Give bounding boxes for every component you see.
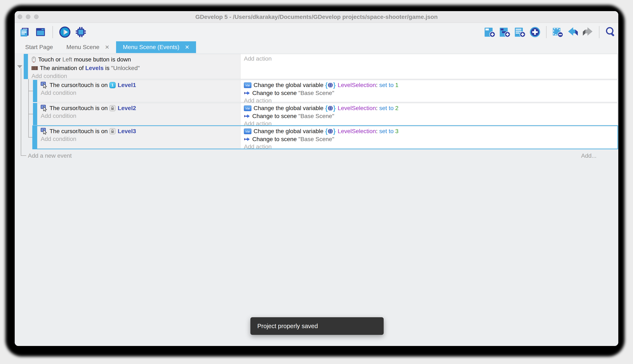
- add-action-button[interactable]: Add action: [240, 143, 617, 150]
- conditions-column: The cursor/touch is on Level3Add conditi…: [37, 126, 240, 149]
- tab-label: Menu Scene: [66, 44, 99, 50]
- text-operator: set to: [379, 128, 395, 134]
- placeholder-label: Add action: [244, 55, 271, 62]
- event-row[interactable]: Touch or Left mouse button is downThe an…: [24, 54, 617, 79]
- text-text: :: [376, 128, 379, 134]
- actions-column: VarChange the global variable {}LevelSel…: [240, 80, 617, 102]
- add-comment-icon[interactable]: [514, 26, 526, 38]
- conditions-column: The cursor/touch is on 1Level1Add condit…: [37, 80, 240, 102]
- text-text: Change to scene: [252, 90, 298, 96]
- globe-icon: [328, 82, 333, 88]
- tree-line: [28, 91, 33, 91]
- play-preview-icon[interactable]: [59, 26, 71, 38]
- brace-open: {: [325, 128, 328, 134]
- condition-line[interactable]: Touch or Left mouse button is down: [28, 55, 240, 64]
- tree-line: [21, 68, 21, 156]
- tab-start-page[interactable]: Start Page: [19, 41, 60, 53]
- text-number: 2: [395, 105, 399, 112]
- condition-line[interactable]: The cursor/touch is on Level2: [37, 104, 240, 112]
- events-sheet: Touch or Left mouse button is downThe an…: [15, 53, 618, 346]
- level-thumbnail-icon: 1: [109, 82, 116, 88]
- tab-label: Start Page: [25, 44, 53, 50]
- add-more-button[interactable]: Add...: [581, 152, 596, 159]
- action-line[interactable]: VarChange the global variable {}LevelSel…: [240, 127, 617, 135]
- text-text: Change to scene: [252, 136, 298, 142]
- action-line[interactable]: Change to scene "Base Scene": [240, 89, 617, 97]
- brace-close: }: [333, 128, 336, 134]
- text-operator: set to: [379, 105, 395, 112]
- debug-icon[interactable]: [75, 26, 87, 38]
- add-circle-icon[interactable]: [529, 26, 541, 38]
- toast-notification: Project properly saved: [250, 317, 384, 335]
- tab-label: Menu Scene (Events): [123, 44, 179, 50]
- brace-close: }: [333, 106, 336, 111]
- text-text: is: [104, 65, 111, 72]
- scene-arrow-icon: [244, 136, 250, 142]
- variable-icon: Var: [244, 128, 251, 134]
- text-text: The cursor/touch is on: [50, 82, 109, 88]
- toolbar-divider: [599, 26, 599, 38]
- add-action-button[interactable]: Add action: [240, 55, 617, 62]
- condition-line[interactable]: The cursor/touch is on Level3: [37, 127, 240, 135]
- scene-editor-icon[interactable]: [35, 26, 47, 38]
- text-param: Left: [62, 56, 72, 63]
- search-icon: [605, 26, 616, 38]
- text-text: Change to scene: [252, 113, 298, 120]
- add-event-icon: [484, 26, 496, 38]
- add-condition-button[interactable]: Add condition: [28, 72, 240, 80]
- sub-event-row[interactable]: The cursor/touch is on Level2Add conditi…: [33, 103, 617, 125]
- actions-column: VarChange the global variable {}LevelSel…: [240, 103, 617, 125]
- text-object: Level2: [118, 105, 136, 112]
- window-title: GDevelop 5 - /Users/dkarakay/Documents/G…: [15, 11, 618, 23]
- brace-open: {: [325, 106, 328, 111]
- close-tab-icon[interactable]: ✕: [105, 44, 110, 50]
- placeholder-label: Add action: [244, 144, 271, 150]
- scene-editor-icon: [35, 26, 46, 38]
- add-condition-button[interactable]: Add condition: [37, 135, 240, 143]
- condition-line[interactable]: The animation of Levels is "Unlocked": [28, 64, 240, 72]
- tab-menu-scene[interactable]: Menu Scene✕: [60, 41, 116, 53]
- text-text: The cursor/touch is on: [50, 105, 109, 112]
- text-text: Change the global variable: [253, 105, 325, 112]
- add-event-icon[interactable]: [484, 26, 496, 38]
- close-tab-icon[interactable]: ✕: [185, 44, 189, 50]
- actions-column: Add action: [240, 54, 617, 79]
- add-subevent-icon: [499, 26, 511, 38]
- action-line[interactable]: VarChange the global variable {}LevelSel…: [240, 81, 617, 89]
- add-condition-button[interactable]: Add condition: [37, 112, 240, 120]
- add-condition-button[interactable]: Add condition: [37, 89, 240, 97]
- tab-menu-scene-events[interactable]: Menu Scene (Events)✕: [116, 41, 196, 53]
- action-line[interactable]: VarChange the global variable {}LevelSel…: [240, 104, 617, 112]
- add-new-event-button[interactable]: Add a new event: [28, 152, 72, 159]
- tree-line: [21, 155, 26, 156]
- sub-event-row[interactable]: The cursor/touch is on Level3Add conditi…: [33, 126, 617, 149]
- text-number: 3: [395, 128, 399, 134]
- text-variable: LevelSelection: [338, 82, 376, 88]
- collapse-arrow-icon[interactable]: [17, 65, 22, 68]
- text-text: :: [376, 105, 379, 112]
- redo-icon[interactable]: [582, 26, 594, 38]
- add-subevent-icon[interactable]: [499, 26, 511, 38]
- text-string: "Base Scene": [298, 136, 334, 142]
- conditions-column: The cursor/touch is on Level2Add conditi…: [37, 103, 240, 125]
- cursor-icon: [41, 128, 48, 134]
- delete-selection-icon[interactable]: [552, 26, 564, 38]
- project-manager-icon[interactable]: [19, 26, 31, 38]
- action-line[interactable]: Change to scene "Base Scene": [240, 135, 617, 143]
- search-icon[interactable]: [604, 26, 617, 38]
- cursor-icon: [41, 105, 48, 112]
- text-string: "Base Scene": [298, 90, 334, 96]
- variable-icon: Var: [244, 106, 251, 111]
- play-preview-icon: [59, 26, 71, 38]
- event-color-bar: [33, 126, 37, 149]
- event-color-bar: [24, 54, 28, 79]
- undo-icon[interactable]: [567, 26, 579, 38]
- text-text: Touch or: [38, 56, 62, 63]
- event-color-bar: [33, 103, 37, 125]
- condition-line[interactable]: The cursor/touch is on 1Level1: [37, 81, 240, 89]
- cursor-icon: [41, 82, 48, 88]
- add-circle-icon: [529, 26, 541, 38]
- project-manager-icon: [19, 26, 30, 38]
- action-line[interactable]: Change to scene "Base Scene": [240, 112, 617, 120]
- sub-event-row[interactable]: The cursor/touch is on 1Level1Add condit…: [33, 80, 617, 102]
